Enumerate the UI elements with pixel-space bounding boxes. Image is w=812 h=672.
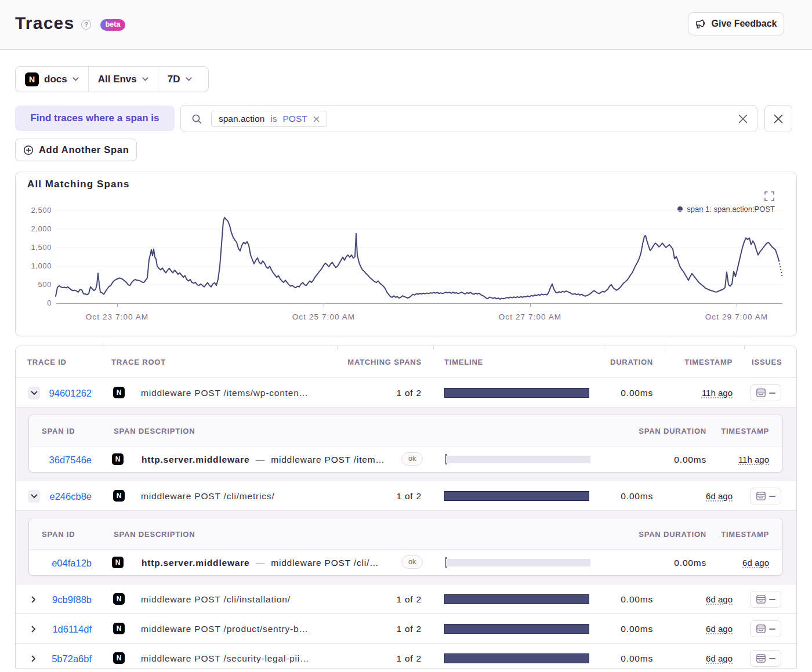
svg-text:1,500: 1,500 — [31, 243, 52, 252]
svg-text:Oct 25 7:00 AM: Oct 25 7:00 AM — [292, 313, 355, 321]
svg-text:Oct 29 7:00 AM: Oct 29 7:00 AM — [705, 313, 768, 321]
svg-text:2,000: 2,000 — [31, 224, 52, 233]
svg-text:2,500: 2,500 — [31, 206, 52, 215]
svg-text:0: 0 — [47, 299, 52, 307]
svg-text:Oct 23 7:00 AM: Oct 23 7:00 AM — [86, 313, 148, 321]
svg-text:1,000: 1,000 — [31, 261, 52, 270]
svg-text:500: 500 — [38, 280, 52, 289]
svg-text:Oct 27 7:00 AM: Oct 27 7:00 AM — [499, 313, 561, 321]
